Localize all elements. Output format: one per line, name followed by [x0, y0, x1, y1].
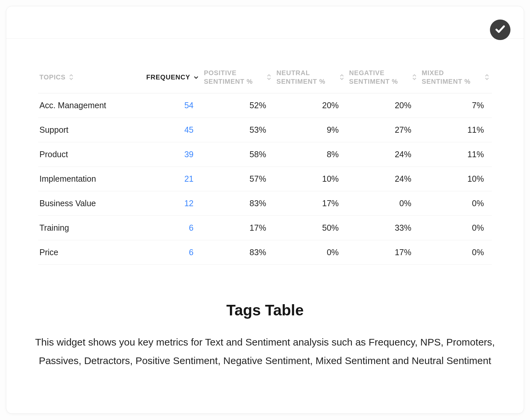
table-row: Acc. Management 54 52% 20% 20% 7% [38, 93, 492, 118]
frequency-cell[interactable]: 6 [138, 216, 201, 240]
negative-cell: 24% [347, 167, 419, 191]
topic-cell: Acc. Management [38, 93, 138, 118]
section-title: Tags Table [33, 301, 497, 319]
sort-both-icon [69, 74, 74, 80]
sort-both-icon [267, 74, 271, 80]
column-header-frequency[interactable]: FREQUENCY [138, 65, 201, 93]
sort-desc-icon [193, 73, 199, 81]
table-container: TOPICS FREQUENCY [6, 39, 524, 265]
mixed-cell: 0% [419, 240, 492, 265]
section-description: This widget shows you key metrics for Te… [33, 333, 497, 370]
frequency-cell[interactable]: 39 [138, 142, 201, 167]
positive-cell: 57% [201, 167, 274, 191]
section-info: Tags Table This widget shows you key met… [6, 301, 524, 370]
negative-cell: 24% [347, 142, 419, 167]
checkmark-icon [495, 23, 506, 36]
column-label: NEGATIVE SENTIMENT % [349, 69, 409, 86]
mixed-cell: 11% [419, 142, 492, 167]
column-label: MIXED SENTIMENT % [422, 69, 481, 86]
neutral-cell: 0% [274, 240, 346, 265]
column-label: FREQUENCY [146, 73, 190, 81]
topic-cell: Product [38, 142, 138, 167]
column-header-negative[interactable]: NEGATIVE SENTIMENT % [347, 65, 419, 93]
neutral-cell: 8% [274, 142, 346, 167]
neutral-cell: 10% [274, 167, 346, 191]
mixed-cell: 10% [419, 167, 492, 191]
column-label: NEUTRAL SENTIMENT % [277, 69, 336, 86]
table-row: Price 6 83% 0% 17% 0% [38, 240, 492, 265]
column-header-positive[interactable]: POSITIVE SENTIMENT % [201, 65, 274, 93]
neutral-cell: 50% [274, 216, 346, 240]
negative-cell: 27% [347, 118, 419, 142]
column-header-topics[interactable]: TOPICS [38, 65, 138, 93]
positive-cell: 58% [201, 142, 274, 167]
positive-cell: 17% [201, 216, 274, 240]
frequency-cell[interactable]: 6 [138, 240, 201, 265]
frequency-cell[interactable]: 54 [138, 93, 201, 118]
topic-cell: Business Value [38, 191, 138, 216]
sentiment-table: TOPICS FREQUENCY [38, 65, 492, 265]
frequency-cell[interactable]: 21 [138, 167, 201, 191]
column-label: POSITIVE SENTIMENT % [204, 69, 263, 86]
topic-cell: Training [38, 216, 138, 240]
status-check-badge[interactable] [490, 20, 510, 40]
neutral-cell: 20% [274, 93, 346, 118]
negative-cell: 20% [347, 93, 419, 118]
positive-cell: 83% [201, 240, 274, 265]
table-body: Acc. Management 54 52% 20% 20% 7% Suppor… [38, 93, 492, 265]
column-label: TOPICS [39, 73, 66, 81]
negative-cell: 33% [347, 216, 419, 240]
mixed-cell: 7% [419, 93, 492, 118]
column-header-mixed[interactable]: MIXED SENTIMENT % [419, 65, 492, 93]
frequency-cell[interactable]: 45 [138, 118, 201, 142]
negative-cell: 0% [347, 191, 419, 216]
negative-cell: 17% [347, 240, 419, 265]
column-header-neutral[interactable]: NEUTRAL SENTIMENT % [274, 65, 346, 93]
table-row: Support 45 53% 9% 27% 11% [38, 118, 492, 142]
positive-cell: 52% [201, 93, 274, 118]
frequency-cell[interactable]: 12 [138, 191, 201, 216]
sort-both-icon [485, 74, 489, 80]
sort-both-icon [412, 74, 417, 80]
neutral-cell: 17% [274, 191, 346, 216]
table-row: Training 6 17% 50% 33% 0% [38, 216, 492, 240]
card-header-strip [6, 6, 524, 39]
topic-cell: Support [38, 118, 138, 142]
mixed-cell: 0% [419, 216, 492, 240]
positive-cell: 53% [201, 118, 274, 142]
mixed-cell: 0% [419, 191, 492, 216]
positive-cell: 83% [201, 191, 274, 216]
neutral-cell: 9% [274, 118, 346, 142]
table-row: Product 39 58% 8% 24% 11% [38, 142, 492, 167]
table-row: Implementation 21 57% 10% 24% 10% [38, 167, 492, 191]
mixed-cell: 11% [419, 118, 492, 142]
sort-both-icon [340, 74, 344, 80]
widget-card: TOPICS FREQUENCY [6, 6, 524, 414]
topic-cell: Implementation [38, 167, 138, 191]
topic-cell: Price [38, 240, 138, 265]
table-row: Business Value 12 83% 17% 0% 0% [38, 191, 492, 216]
